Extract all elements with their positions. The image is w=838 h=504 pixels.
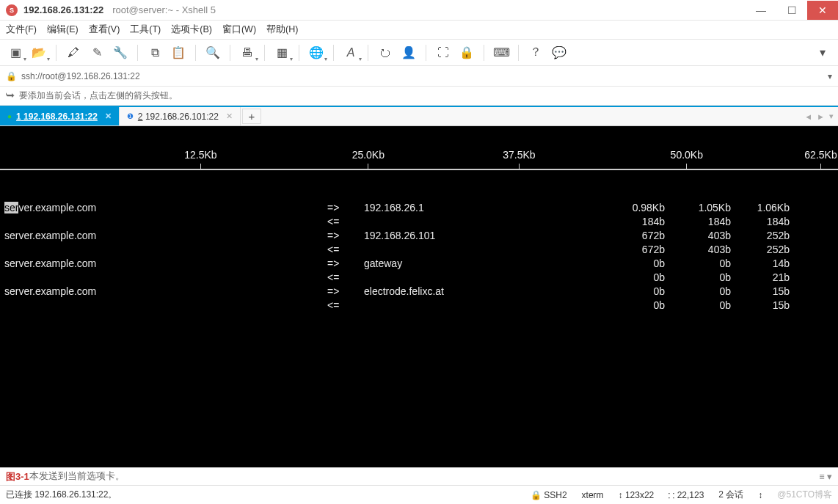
address-menu-icon[interactable]: ▾: [828, 71, 832, 81]
tab-session-1[interactable]: ● 1 192.168.26.131:22 ✕: [0, 107, 120, 125]
conn-row-rx: <=184b184b184b: [4, 215, 838, 229]
toolbar-separator: [426, 45, 426, 61]
menu-edit[interactable]: 编辑(E): [47, 23, 79, 36]
chat-icon[interactable]: 💬: [550, 43, 569, 62]
status-conn: 已连接 192.168.26.131:22。: [6, 489, 117, 501]
font-icon[interactable]: A: [341, 43, 360, 62]
window-controls: — ☐ ✕: [746, 1, 838, 20]
status-dot-icon: ●: [7, 112, 12, 120]
lock-icon: 🔒: [6, 71, 17, 81]
tab-prev-icon[interactable]: ◄: [804, 112, 812, 121]
conn-row-tx: server.example.com=>192.168.26.10.98Kb1.…: [4, 201, 838, 215]
refresh-icon[interactable]: ⭮: [376, 43, 395, 62]
new-session-icon[interactable]: ▣: [6, 43, 25, 62]
minimize-button[interactable]: —: [746, 1, 776, 20]
close-tab-icon[interactable]: ✕: [105, 112, 112, 121]
window-title-sub: root@server:~ - Xshell 5: [112, 4, 216, 15]
user-icon[interactable]: 👤: [399, 43, 418, 62]
address-url: ssh://root@192.168.26.131:22: [21, 71, 140, 81]
scale-tick: 37.5Kb: [503, 148, 535, 169]
keyboard-icon[interactable]: ⌨: [492, 43, 511, 62]
help-icon[interactable]: ？: [526, 43, 545, 62]
status-size: ↕ 123x22: [619, 490, 655, 500]
hint-text: 要添加当前会话，点击左侧的箭头按钮。: [19, 90, 178, 102]
toolbar-separator: [518, 45, 519, 61]
close-tab-icon[interactable]: ✕: [226, 112, 233, 121]
tab-nav: ◄ ► ▾: [800, 107, 838, 125]
conn-row-rx: <=0b0b15b: [4, 299, 838, 313]
conn-row-rx: <=672b403b252b: [4, 243, 838, 257]
toolbar-separator: [264, 45, 265, 61]
tab-next-icon[interactable]: ►: [817, 112, 825, 121]
toolbar-separator: [137, 45, 138, 61]
status-sessions: 2 会话: [718, 489, 743, 501]
open-folder-icon[interactable]: 📂: [29, 43, 48, 62]
maximize-button[interactable]: ☐: [776, 1, 807, 20]
lock-icon[interactable]: 🔒: [457, 43, 476, 62]
status-caps-icon: ↕: [758, 490, 762, 500]
session-tabs: ● 1 192.168.26.131:22 ✕ ❶ 2 192.168.26.1…: [0, 106, 838, 126]
toolbar-separator: [484, 45, 484, 61]
window-title-main: 192.168.26.131:22: [23, 4, 103, 15]
conn-row-tx: server.example.com=>electrode.felixc.at0…: [4, 285, 838, 299]
tab-session-2[interactable]: ❶ 2 192.168.26.101:22 ✕: [120, 107, 241, 125]
conn-row-rx: <=0b0b21b: [4, 271, 838, 285]
scale-axis: 12.5Kb25.0Kb37.5Kb50.0Kb62.5Kb: [0, 154, 838, 170]
connection-list: server.example.com=>192.168.26.10.98Kb1.…: [0, 201, 838, 313]
menu-view[interactable]: 查看(V): [89, 23, 120, 36]
scale-tick: 50.0Kb: [671, 148, 703, 169]
toolbar-separator: [56, 45, 57, 61]
menu-tools[interactable]: 工具(T): [130, 23, 161, 36]
address-bar[interactable]: 🔒 ssh://root@192.168.26.131:22 ▾: [0, 66, 838, 87]
conn-row-tx: server.example.com=>192.168.26.101672b40…: [4, 229, 838, 243]
toolbar-separator: [195, 45, 196, 61]
scale-tick: 25.0Kb: [352, 148, 385, 169]
wrench-icon[interactable]: 🔧: [111, 43, 130, 62]
status-term: xterm: [582, 490, 604, 500]
copy-icon[interactable]: ⧉: [145, 43, 164, 62]
close-button[interactable]: ✕: [807, 1, 838, 20]
menu-help[interactable]: 帮助(H): [266, 23, 298, 36]
toolbar-separator: [368, 45, 368, 61]
status-proto: 🔒 SSH2: [531, 490, 567, 500]
hint-bar: ⮩ 要添加当前会话，点击左侧的箭头按钮。: [0, 87, 838, 106]
menu-window[interactable]: 窗口(W): [222, 23, 256, 36]
scale-tick: 62.5Kb: [804, 148, 837, 169]
paste-icon[interactable]: 📋: [169, 43, 188, 62]
menu-bar: 文件(F) 编辑(E) 查看(V) 工具(T) 选项卡(B) 窗口(W) 帮助(…: [0, 21, 838, 40]
toolbar-separator: [333, 45, 334, 61]
status-bar: 已连接 192.168.26.131:22。 🔒 SSH2 xterm ↕ 12…: [0, 485, 838, 504]
toolbar-separator: [230, 45, 230, 61]
tab-list-icon[interactable]: ▾: [829, 112, 834, 121]
figure-caption-bar: 图3-1 本发送到当前选项卡。 ≡ ▾: [0, 467, 838, 485]
fullscreen-icon[interactable]: ⛶: [434, 43, 453, 62]
conn-row-tx: server.example.com=>gateway0b0b14b: [4, 257, 838, 271]
add-tab-button[interactable]: +: [242, 109, 261, 124]
layout-icon[interactable]: ▦: [272, 43, 291, 62]
menu-file[interactable]: 文件(F): [6, 23, 37, 36]
figure-label: 图3-1: [6, 470, 29, 483]
wand-icon[interactable]: ✎: [87, 43, 106, 62]
toolbar: ▣ 📂 🖍 ✎ 🔧 ⧉ 📋 🔍 🖶 ▦ 🌐 A ⭮ 👤 ⛶ 🔒 ⌨ ？ 💬 ▾: [0, 40, 838, 66]
arrow-icon[interactable]: ⮩: [6, 91, 15, 101]
app-icon: S: [6, 4, 18, 16]
status-cursor: ⸬ 22,123: [668, 490, 704, 500]
toolbar-menu-icon[interactable]: ▾: [813, 43, 832, 62]
search-icon[interactable]: 🔍: [203, 43, 222, 62]
print-icon[interactable]: 🖶: [238, 43, 257, 62]
terminal[interactable]: 12.5Kb25.0Kb37.5Kb50.0Kb62.5Kb server.ex…: [0, 126, 838, 467]
list-menu-icon[interactable]: ≡ ▾: [819, 471, 832, 482]
figure-text: 本发送到当前选项卡。: [29, 470, 125, 483]
menu-tabs[interactable]: 选项卡(B): [171, 23, 212, 36]
toolbar-separator: [299, 45, 299, 61]
watermark: @51CTO博客: [777, 489, 832, 501]
title-bar: S 192.168.26.131:22 root@server:~ - Xshe…: [0, 0, 838, 21]
status-dot-icon: ❶: [127, 112, 134, 120]
scale-tick: 12.5Kb: [184, 148, 216, 169]
highlight-icon[interactable]: 🖍: [64, 43, 83, 62]
globe-icon[interactable]: 🌐: [307, 43, 326, 62]
